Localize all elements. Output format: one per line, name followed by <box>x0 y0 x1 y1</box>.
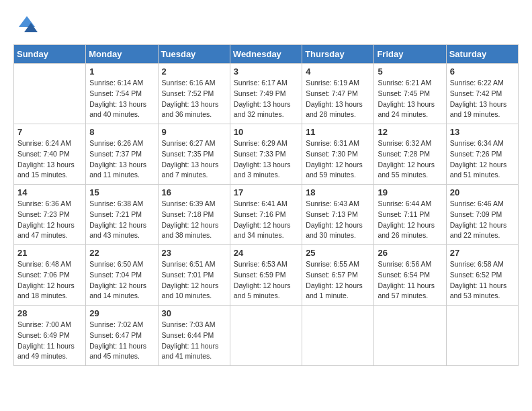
sun-info: Sunrise: 7:02 AM Sunset: 6:47 PM Dayligh… <box>89 320 154 362</box>
sunset: Sunset: 7:45 PM <box>378 89 442 99</box>
daylight: Daylight: 12 hours and 55 minutes. <box>378 160 442 181</box>
day-number: 3 <box>234 66 298 77</box>
sunrise: Sunrise: 6:34 AM <box>450 138 515 149</box>
sunrise: Sunrise: 6:31 AM <box>306 138 370 149</box>
sun-info: Sunrise: 6:38 AM Sunset: 7:21 PM Dayligh… <box>89 199 154 241</box>
sunrise: Sunrise: 6:39 AM <box>162 199 226 210</box>
day-number: 10 <box>234 127 298 137</box>
calendar-cell: 25 Sunrise: 6:55 AM Sunset: 6:57 PM Dayl… <box>302 245 374 306</box>
day-header-sunday: Sunday <box>14 45 86 64</box>
calendar-cell: 16 Sunrise: 6:39 AM Sunset: 7:18 PM Dayl… <box>158 185 230 245</box>
sunrise: Sunrise: 6:50 AM <box>89 259 154 270</box>
calendar-cell: 8 Sunrise: 6:26 AM Sunset: 7:37 PM Dayli… <box>86 124 158 185</box>
daylight: Daylight: 12 hours and 47 minutes. <box>17 220 82 242</box>
day-number: 21 <box>17 248 82 258</box>
day-number: 7 <box>17 127 82 137</box>
sunrise: Sunrise: 6:21 AM <box>378 78 442 89</box>
sun-info: Sunrise: 6:43 AM Sunset: 7:13 PM Dayligh… <box>306 199 370 241</box>
sun-info: Sunrise: 6:46 AM Sunset: 7:09 PM Dayligh… <box>450 199 515 241</box>
sunset: Sunset: 7:01 PM <box>162 270 226 281</box>
sunrise: Sunrise: 6:58 AM <box>450 259 515 270</box>
calendar-cell: 15 Sunrise: 6:38 AM Sunset: 7:21 PM Dayl… <box>86 185 158 245</box>
day-number: 30 <box>162 308 226 318</box>
sunrise: Sunrise: 6:17 AM <box>234 78 298 89</box>
calendar-cell: 2 Sunrise: 6:16 AM Sunset: 7:52 PM Dayli… <box>158 64 230 124</box>
calendar-cell: 9 Sunrise: 6:27 AM Sunset: 7:35 PM Dayli… <box>158 124 230 185</box>
daylight: Daylight: 13 hours and 40 minutes. <box>89 99 154 121</box>
calendar-cell: 13 Sunrise: 6:34 AM Sunset: 7:26 PM Dayl… <box>446 124 518 185</box>
sunrise: Sunrise: 6:41 AM <box>234 199 298 210</box>
calendar-cell: 17 Sunrise: 6:41 AM Sunset: 7:16 PM Dayl… <box>230 185 302 245</box>
daylight: Daylight: 12 hours and 51 minutes. <box>450 160 515 181</box>
daylight: Daylight: 13 hours and 3 minutes. <box>234 160 298 181</box>
sunset: Sunset: 7:11 PM <box>378 210 442 220</box>
day-number: 11 <box>306 127 370 137</box>
sunset: Sunset: 6:59 PM <box>234 270 298 281</box>
daylight: Daylight: 11 hours and 53 minutes. <box>450 281 515 302</box>
sun-info: Sunrise: 6:36 AM Sunset: 7:23 PM Dayligh… <box>17 199 82 241</box>
day-number: 23 <box>162 248 226 258</box>
calendar-cell: 10 Sunrise: 6:29 AM Sunset: 7:33 PM Dayl… <box>230 124 302 185</box>
calendar-body: 1 Sunrise: 6:14 AM Sunset: 7:54 PM Dayli… <box>14 64 519 366</box>
week-row-3: 14 Sunrise: 6:36 AM Sunset: 7:23 PM Dayl… <box>14 185 519 245</box>
sunrise: Sunrise: 6:26 AM <box>89 138 154 149</box>
daylight: Daylight: 11 hours and 45 minutes. <box>89 341 154 363</box>
daylight: Daylight: 13 hours and 11 minutes. <box>89 160 154 181</box>
day-number: 5 <box>378 66 442 77</box>
sunrise: Sunrise: 6:44 AM <box>378 199 442 210</box>
sunset: Sunset: 7:26 PM <box>450 149 515 160</box>
sunset: Sunset: 7:18 PM <box>162 210 226 220</box>
sunrise: Sunrise: 6:14 AM <box>89 78 154 89</box>
sunset: Sunset: 7:35 PM <box>162 149 226 160</box>
daylight: Daylight: 11 hours and 41 minutes. <box>162 341 226 363</box>
sun-info: Sunrise: 6:24 AM Sunset: 7:40 PM Dayligh… <box>17 138 82 181</box>
daylight: Daylight: 13 hours and 7 minutes. <box>162 160 226 181</box>
day-number: 20 <box>450 187 515 197</box>
calendar-cell: 3 Sunrise: 6:17 AM Sunset: 7:49 PM Dayli… <box>230 64 302 124</box>
sunset: Sunset: 7:16 PM <box>234 210 298 220</box>
sun-info: Sunrise: 6:17 AM Sunset: 7:49 PM Dayligh… <box>234 78 298 120</box>
sunset: Sunset: 6:57 PM <box>306 270 370 281</box>
sunrise: Sunrise: 6:55 AM <box>306 259 370 270</box>
sunset: Sunset: 7:28 PM <box>378 149 442 160</box>
sunrise: Sunrise: 6:56 AM <box>378 259 442 270</box>
sunset: Sunset: 7:49 PM <box>234 89 298 99</box>
sunrise: Sunrise: 7:03 AM <box>162 320 226 330</box>
sunrise: Sunrise: 6:32 AM <box>378 138 442 149</box>
calendar-cell: 20 Sunrise: 6:46 AM Sunset: 7:09 PM Dayl… <box>446 185 518 245</box>
daylight: Daylight: 11 hours and 57 minutes. <box>378 281 442 302</box>
day-header-wednesday: Wednesday <box>230 45 302 64</box>
sunset: Sunset: 7:23 PM <box>17 210 82 220</box>
daylight: Daylight: 13 hours and 32 minutes. <box>234 99 298 121</box>
day-number: 18 <box>306 187 370 197</box>
calendar-cell: 19 Sunrise: 6:44 AM Sunset: 7:11 PM Dayl… <box>374 185 446 245</box>
calendar-header: SundayMondayTuesdayWednesdayThursdayFrid… <box>14 45 519 64</box>
day-number: 22 <box>89 248 154 258</box>
sunset: Sunset: 7:13 PM <box>306 210 370 220</box>
calendar-cell: 27 Sunrise: 6:58 AM Sunset: 6:52 PM Dayl… <box>446 245 518 306</box>
daylight: Daylight: 13 hours and 15 minutes. <box>17 160 82 181</box>
day-header-monday: Monday <box>86 45 158 64</box>
sunrise: Sunrise: 6:36 AM <box>17 199 82 210</box>
day-number: 13 <box>450 127 515 137</box>
calendar-cell <box>374 306 446 366</box>
sunset: Sunset: 7:47 PM <box>306 89 370 99</box>
sun-info: Sunrise: 6:34 AM Sunset: 7:26 PM Dayligh… <box>450 138 515 181</box>
day-number: 6 <box>450 66 515 77</box>
day-number: 1 <box>89 66 154 77</box>
sun-info: Sunrise: 6:14 AM Sunset: 7:54 PM Dayligh… <box>89 78 154 120</box>
sun-info: Sunrise: 7:03 AM Sunset: 6:44 PM Dayligh… <box>162 320 226 362</box>
sunrise: Sunrise: 7:02 AM <box>89 320 154 330</box>
sun-info: Sunrise: 6:48 AM Sunset: 7:06 PM Dayligh… <box>17 259 82 302</box>
calendar-cell: 23 Sunrise: 6:51 AM Sunset: 7:01 PM Dayl… <box>158 245 230 306</box>
sunset: Sunset: 6:44 PM <box>162 330 226 341</box>
sunset: Sunset: 6:47 PM <box>89 330 154 341</box>
sunset: Sunset: 7:42 PM <box>450 89 515 99</box>
sunrise: Sunrise: 6:38 AM <box>89 199 154 210</box>
calendar-cell: 21 Sunrise: 6:48 AM Sunset: 7:06 PM Dayl… <box>14 245 86 306</box>
sunrise: Sunrise: 6:16 AM <box>162 78 226 89</box>
sun-info: Sunrise: 6:16 AM Sunset: 7:52 PM Dayligh… <box>162 78 226 120</box>
day-number: 14 <box>17 187 82 197</box>
calendar-cell <box>230 306 302 366</box>
day-number: 28 <box>17 308 82 318</box>
